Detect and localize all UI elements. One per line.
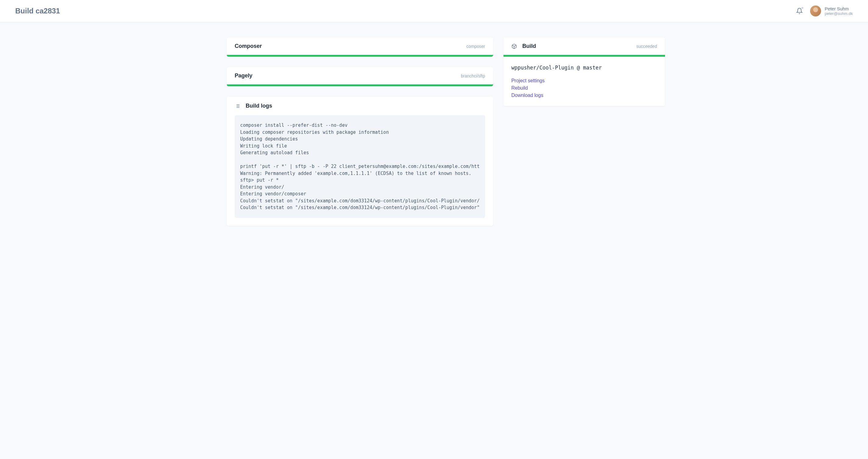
cube-icon xyxy=(512,43,517,49)
step-pagely[interactable]: Pagely branchci/sftp xyxy=(227,67,493,86)
step-title: Pagely xyxy=(235,72,252,79)
page-title: Build ca2831 xyxy=(15,7,60,15)
user-text: Peter Suhm peter@suhm.dk xyxy=(825,6,853,16)
repo-name: wppusher/Cool-Plugin @ master xyxy=(512,65,657,71)
build-body: wppusher/Cool-Plugin @ master Project se… xyxy=(503,57,665,106)
step-composer[interactable]: Composer composer xyxy=(227,37,493,57)
download-logs-link[interactable]: Download logs xyxy=(512,93,657,98)
notification-dot xyxy=(801,6,804,9)
action-links: Project settings Rebuild Download logs xyxy=(512,78,657,98)
build-summary-card: Build succeeded wppusher/Cool-Plugin @ m… xyxy=(503,37,665,106)
build-header-left: Build xyxy=(512,43,536,50)
notifications-button[interactable] xyxy=(796,8,803,14)
logs-header: Build logs xyxy=(227,97,493,115)
avatar xyxy=(810,5,821,17)
logs-body: composer install --prefer-dist --no-dev … xyxy=(227,115,493,226)
step-title: Composer xyxy=(235,43,262,50)
app-header: Build ca2831 Peter Suhm peter@suhm.dk xyxy=(0,0,868,22)
right-column: Build succeeded wppusher/Cool-Plugin @ m… xyxy=(503,37,665,226)
main-container: Composer composer Pagely branchci/sftp B… xyxy=(212,22,656,241)
rebuild-link[interactable]: Rebuild xyxy=(512,85,657,91)
logs-title: Build logs xyxy=(246,103,272,109)
build-logs-card: Build logs composer install --prefer-dis… xyxy=(227,97,493,226)
list-icon xyxy=(235,103,240,109)
user-menu[interactable]: Peter Suhm peter@suhm.dk xyxy=(810,5,853,17)
build-status: succeeded xyxy=(637,44,657,49)
step-meta: composer xyxy=(466,44,485,49)
build-title: Build xyxy=(522,43,536,50)
project-settings-link[interactable]: Project settings xyxy=(512,78,657,84)
left-column: Composer composer Pagely branchci/sftp B… xyxy=(227,37,493,226)
build-card-header: Build succeeded xyxy=(503,37,665,57)
header-right: Peter Suhm peter@suhm.dk xyxy=(796,5,853,17)
step-meta: branchci/sftp xyxy=(461,73,485,78)
user-name: Peter Suhm xyxy=(825,6,853,11)
logs-content[interactable]: composer install --prefer-dist --no-dev … xyxy=(235,115,485,218)
user-email: peter@suhm.dk xyxy=(825,11,853,16)
